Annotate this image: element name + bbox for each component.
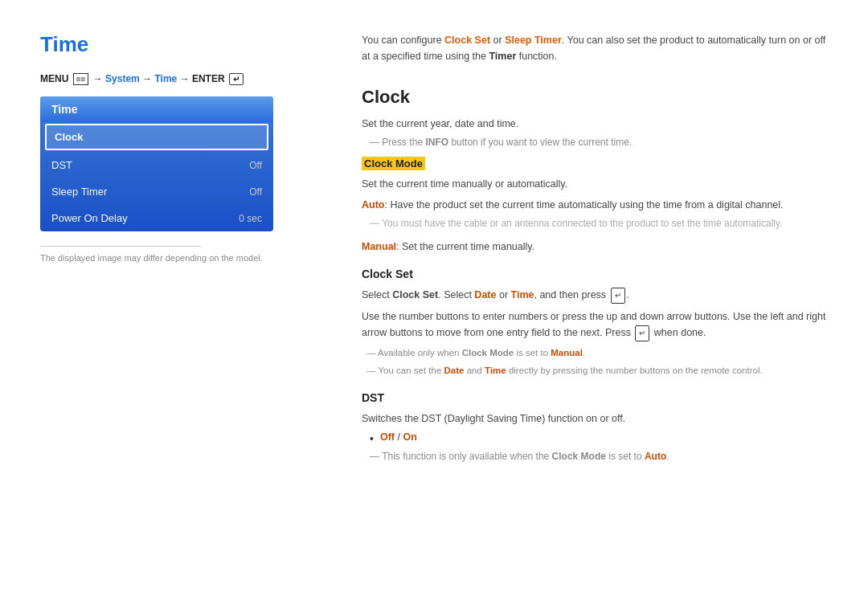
menu-icon: ≡≡ <box>73 73 89 85</box>
cable-note: You must have the cable or an antenna co… <box>362 218 828 229</box>
dst-title: DST <box>362 391 828 404</box>
menu-item-dst[interactable]: DST Off <box>40 152 273 178</box>
manual-label: Manual <box>362 241 396 252</box>
clock-label: Clock <box>55 131 83 143</box>
divider <box>40 246 201 247</box>
menu-path: MENU ≡≡ → System → Time → ENTER ↵ <box>40 73 313 85</box>
info-note: Press the INFO button if you want to vie… <box>362 137 828 148</box>
menu-path-system: System <box>105 73 140 84</box>
menu-box-header: Time <box>40 96 273 122</box>
on-option: On <box>403 431 416 443</box>
clock-mode-desc: Set the current time manually or automat… <box>362 176 828 192</box>
right-panel: You can configure Clock Set or Sleep Tim… <box>362 32 828 462</box>
menu-path-menu: MENU <box>40 73 68 84</box>
menu-item-power-on-delay[interactable]: Power On Delay 0 sec <box>40 205 273 231</box>
enter-icon2: ↵ <box>611 288 625 304</box>
dst-note: This function is only available when the… <box>362 451 828 462</box>
clock-set-title: Clock Set <box>362 268 828 280</box>
clock-section-title: Clock <box>362 87 828 108</box>
menu-box: Time Clock DST Off Sleep Timer Off Power… <box>40 96 273 231</box>
auto-label: Auto <box>362 199 384 210</box>
dst-bullet: • Off / On <box>362 431 828 446</box>
bullet-dot: • <box>370 431 374 446</box>
menu-path-time: Time <box>154 73 177 84</box>
image-note: The displayed image may differ depending… <box>40 253 313 263</box>
sleep-timer-ref: Sleep Timer <box>505 35 562 46</box>
menu-item-sleep-timer[interactable]: Sleep Timer Off <box>40 178 273 205</box>
power-on-delay-value: 0 sec <box>239 213 262 224</box>
dst-desc1: Switches the DST (Daylight Saving Time) … <box>362 411 828 427</box>
manual-desc: Manual: Set the current time manually. <box>362 239 828 255</box>
dst-value: Off <box>249 160 262 171</box>
auto-desc: Auto: Have the product set the current t… <box>362 197 828 213</box>
time-ref: Time <box>511 289 534 300</box>
clock-mode-highlight: Clock Mode <box>362 157 425 170</box>
clock-mode-label-container: Clock Mode <box>362 157 828 170</box>
power-on-delay-label: Power On Delay <box>51 212 128 224</box>
sleep-timer-label: Sleep Timer <box>51 186 107 198</box>
clock-set-desc1: Select Clock Set. Select Date or Time, a… <box>362 287 828 304</box>
enter-icon3: ↵ <box>635 325 649 341</box>
sleep-timer-value: Off <box>249 186 262 198</box>
dst-options: Off / On <box>380 431 417 443</box>
left-panel: Time MENU ≡≡ → System → Time → ENTER ↵ T… <box>40 32 313 462</box>
clock-set-note2: — You can set the Date and Time directly… <box>362 364 828 378</box>
clock-set-ref: Clock Set <box>444 35 490 46</box>
clock-set-desc2: Use the number buttons to enter numbers … <box>362 309 828 341</box>
menu-item-clock[interactable]: Clock <box>45 124 268 150</box>
off-option: Off <box>380 431 395 443</box>
intro-text: You can configure Clock Set or Sleep Tim… <box>362 32 828 64</box>
date-ref: Date <box>474 289 496 300</box>
clock-set-note1: — Available only when Clock Mode is set … <box>362 346 828 360</box>
enter-icon: ↵ <box>229 73 244 85</box>
dst-label: DST <box>51 159 72 171</box>
clock-desc1: Set the current year, date and time. <box>362 116 828 132</box>
timer-ref: Timer <box>489 51 516 62</box>
page-title: Time <box>40 32 313 57</box>
